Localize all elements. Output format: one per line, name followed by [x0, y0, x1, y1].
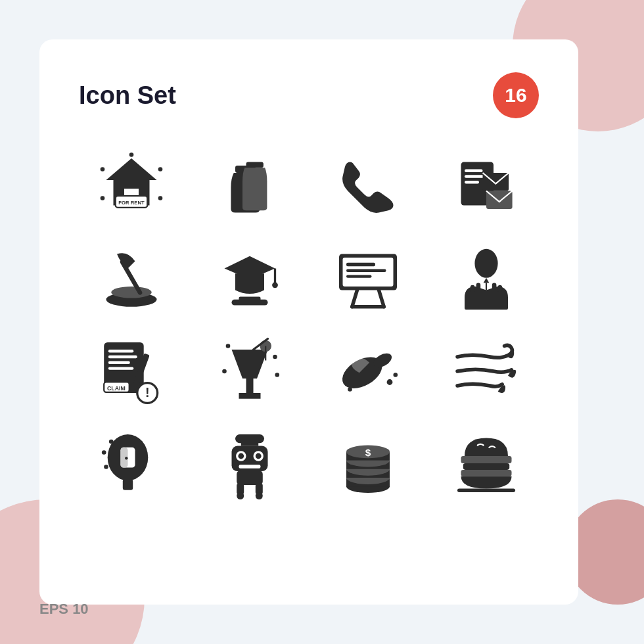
robot-icon [214, 427, 286, 499]
svg-point-84 [256, 492, 263, 499]
svg-rect-43 [108, 356, 137, 358]
svg-rect-11 [246, 162, 264, 168]
svg-rect-95 [461, 456, 512, 463]
svg-point-19 [111, 287, 152, 298]
header: Icon Set 16 [79, 72, 539, 118]
svg-rect-79 [239, 465, 261, 469]
svg-rect-73 [241, 442, 258, 446]
svg-point-23 [272, 282, 278, 288]
icon-cell-axe-wood [79, 243, 184, 315]
svg-rect-40 [498, 285, 503, 292]
svg-text:!: ! [145, 385, 150, 400]
svg-rect-97 [461, 470, 512, 476]
svg-point-70 [104, 465, 108, 469]
icon-cell-billboard [315, 243, 421, 315]
svg-point-77 [238, 453, 244, 459]
svg-rect-39 [492, 283, 497, 290]
svg-point-61 [387, 379, 393, 385]
svg-rect-38 [476, 283, 481, 290]
svg-point-7 [101, 196, 105, 200]
svg-line-32 [379, 290, 384, 307]
svg-point-71 [109, 440, 114, 444]
svg-point-5 [101, 167, 105, 172]
icon-cell-email-list [434, 151, 539, 223]
icon-cell-hands-balloon [434, 243, 539, 315]
svg-point-69 [102, 450, 106, 455]
cocktail-icon [214, 335, 286, 407]
svg-rect-25 [239, 296, 261, 301]
main-card: Icon Set 16 FOR RENT [39, 39, 578, 605]
svg-marker-0 [106, 158, 157, 180]
svg-point-34 [474, 249, 497, 278]
svg-rect-96 [463, 463, 509, 470]
bottles-icon [214, 151, 286, 223]
axe-wood-icon [95, 243, 168, 315]
svg-rect-68 [123, 479, 133, 490]
svg-text:$: $ [365, 447, 371, 458]
hands-balloon-icon [450, 243, 522, 315]
svg-rect-42 [108, 350, 134, 352]
svg-point-57 [222, 369, 227, 374]
page-title: Icon Set [79, 81, 176, 110]
svg-rect-44 [108, 361, 130, 364]
icon-cell-phone [315, 151, 421, 223]
wind-leaf-icon [450, 335, 522, 407]
svg-point-58 [275, 373, 280, 377]
svg-rect-13 [465, 170, 483, 172]
icon-cell-bottles [197, 151, 302, 223]
svg-line-31 [352, 290, 357, 307]
for-rent-icon: FOR RENT [95, 151, 168, 223]
svg-rect-30 [346, 275, 372, 277]
icon-cell-robot [197, 427, 302, 499]
svg-marker-35 [484, 278, 490, 283]
svg-point-62 [394, 373, 398, 377]
icon-grid: FOR RENT [79, 151, 539, 499]
footer-label: EPS 10 [39, 601, 89, 618]
svg-rect-80 [237, 471, 263, 485]
icon-cell-for-rent: FOR RENT [79, 151, 184, 223]
coins-icon: $ [332, 427, 404, 499]
svg-rect-15 [465, 181, 479, 183]
head-door-icon [95, 427, 168, 499]
icon-cell-burger [434, 427, 539, 499]
svg-point-6 [158, 167, 163, 172]
icon-cell-cocktail [197, 335, 302, 407]
svg-point-55 [226, 344, 231, 348]
email-list-icon [450, 151, 522, 223]
icon-cell-coins: $ [315, 427, 421, 499]
graduation-icon [214, 243, 286, 315]
phone-icon [332, 151, 404, 223]
svg-rect-98 [457, 489, 515, 493]
svg-text:CLAIM: CLAIM [107, 385, 126, 392]
icon-cell-wind-leaf [434, 335, 539, 407]
billboard-icon [332, 243, 404, 315]
svg-point-78 [256, 453, 262, 459]
svg-point-63 [348, 387, 352, 392]
svg-point-56 [273, 355, 277, 359]
claim-doc-icon: CLAIM ! [95, 335, 168, 407]
icon-cell-graduation [197, 243, 302, 315]
svg-rect-28 [346, 263, 375, 267]
footer-text: EPS 10 [39, 601, 89, 617]
svg-rect-37 [471, 285, 475, 292]
badge-count: 16 [493, 72, 539, 118]
svg-point-8 [158, 196, 163, 200]
icon-cell-head-door [79, 427, 184, 499]
medicine-icon [332, 335, 404, 407]
icon-cell-medicine [315, 335, 421, 407]
burger-icon [450, 427, 522, 499]
svg-point-67 [125, 457, 127, 459]
svg-point-9 [129, 152, 134, 157]
icon-cell-claim-doc: CLAIM ! [79, 335, 184, 407]
svg-point-83 [237, 492, 244, 499]
svg-rect-45 [108, 367, 134, 369]
svg-text:FOR RENT: FOR RENT [118, 200, 145, 206]
svg-rect-29 [346, 269, 386, 272]
